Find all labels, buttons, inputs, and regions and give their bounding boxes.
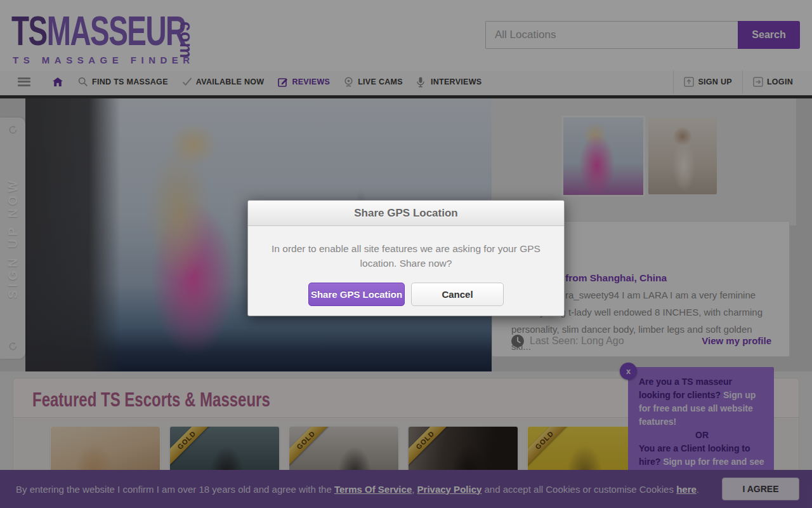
cancel-button[interactable]: Cancel	[411, 283, 504, 306]
gps-modal-actions: Share GPS Location Cancel	[248, 271, 564, 316]
page: TSMASSEUR com TS MASSAGE FINDER Search F…	[0, 0, 812, 508]
gps-modal-body: In order to enable all site features we …	[248, 226, 564, 271]
share-gps-button[interactable]: Share GPS Location	[308, 283, 405, 306]
gps-modal-title: Share GPS Location	[248, 201, 564, 226]
gps-modal: Share GPS Location In order to enable al…	[247, 200, 565, 316]
